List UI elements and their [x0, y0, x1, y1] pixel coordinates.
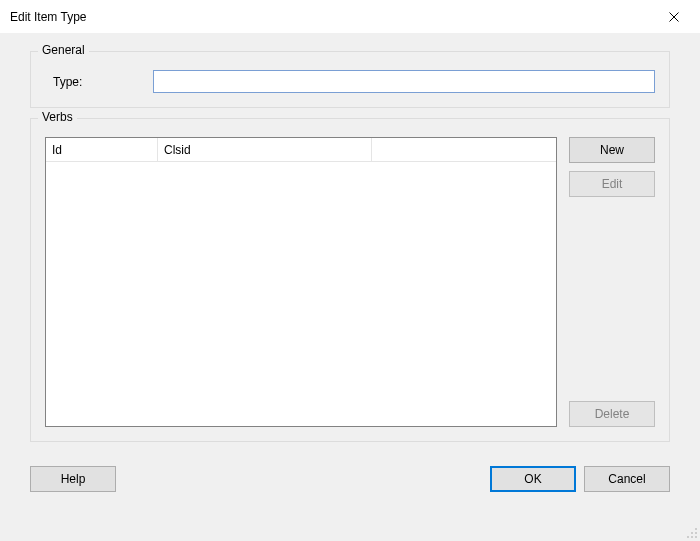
- table-header: Id Clsid: [46, 138, 556, 162]
- general-group: General Type:: [30, 51, 670, 108]
- dialog-footer: Help OK Cancel: [30, 466, 670, 492]
- close-button[interactable]: [654, 2, 694, 32]
- delete-button: Delete: [569, 401, 655, 427]
- type-input[interactable]: [153, 70, 655, 93]
- help-button[interactable]: Help: [30, 466, 116, 492]
- general-legend: General: [38, 43, 89, 57]
- svg-point-6: [691, 536, 693, 538]
- svg-point-2: [695, 528, 697, 530]
- verbs-table[interactable]: Id Clsid: [45, 137, 557, 427]
- titlebar: Edit Item Type: [0, 0, 700, 33]
- verbs-group: Verbs Id Clsid New Edit Delete: [30, 118, 670, 442]
- verbs-button-column: New Edit Delete: [569, 137, 655, 427]
- svg-point-3: [691, 532, 693, 534]
- svg-point-7: [695, 536, 697, 538]
- column-clsid[interactable]: Clsid: [158, 138, 372, 161]
- verbs-legend: Verbs: [38, 110, 77, 124]
- column-remainder: [372, 138, 556, 161]
- column-id[interactable]: Id: [46, 138, 158, 161]
- cancel-button[interactable]: Cancel: [584, 466, 670, 492]
- dialog-body: General Type: Verbs Id Clsid New Edit De…: [0, 33, 700, 541]
- svg-point-5: [687, 536, 689, 538]
- new-button[interactable]: New: [569, 137, 655, 163]
- svg-point-4: [695, 532, 697, 534]
- close-icon: [669, 12, 679, 22]
- edit-button: Edit: [569, 171, 655, 197]
- resize-grip[interactable]: [686, 527, 698, 539]
- ok-button[interactable]: OK: [490, 466, 576, 492]
- type-label: Type:: [45, 75, 145, 89]
- window-title: Edit Item Type: [10, 10, 86, 24]
